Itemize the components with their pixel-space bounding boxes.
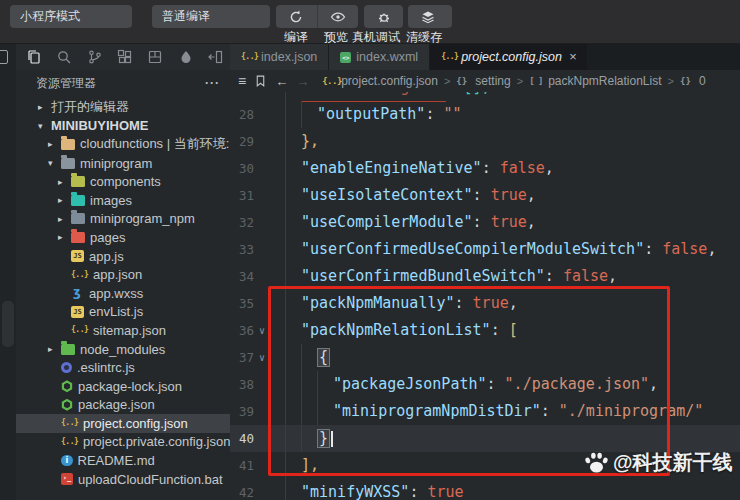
mode-dropdown[interactable]: 小程序模式 [10, 5, 132, 28]
file-type-icon [71, 287, 84, 299]
file-type-icon [61, 380, 73, 392]
breadcrumb-label: project.config.json [341, 74, 438, 88]
more-actions-icon[interactable]: ··· [205, 76, 220, 90]
code-line[interactable]: 39 "miniprogramNpmDistDir": "./miniprogr… [230, 398, 740, 425]
compile-button[interactable]: 编译 [276, 29, 316, 46]
tree-item[interactable]: ▾ miniprogram [16, 154, 230, 173]
breadcrumb-separator: > [517, 75, 523, 87]
files-icon[interactable] [21, 45, 46, 68]
fold-chevron-icon[interactable]: ∨ [254, 317, 270, 344]
line-number: 32 [230, 209, 254, 236]
code-text: "packNpmManually": true, [270, 290, 518, 317]
editor-toolbar-icons [16, 43, 235, 70]
tree-item-label: cloudfunctions | 当前环境: cloud... [80, 135, 230, 153]
file-type-icon [61, 473, 73, 485]
text-cursor [331, 431, 333, 447]
code-line[interactable]: 37 ∨ { [230, 344, 740, 371]
tree-item[interactable]: sitemap.json [16, 321, 230, 340]
tab[interactable]: index.wxml [329, 43, 429, 70]
file-type-icon [61, 399, 73, 411]
search-icon[interactable] [51, 45, 76, 68]
code-line[interactable]: 41 ], [230, 452, 740, 479]
line-number: 33 [230, 236, 254, 263]
scrollbar-thumb[interactable] [2, 301, 14, 347]
tree-item[interactable]: project.private.config.json [16, 433, 230, 452]
file-type-icon [71, 250, 84, 262]
tree-item[interactable]: app.js [16, 247, 230, 266]
navigate-forward-icon[interactable] [296, 74, 309, 89]
tab[interactable]: project.config.json × [430, 43, 587, 70]
split-editor-icon[interactable] [204, 45, 229, 68]
code-line[interactable]: 32 "useCompilerModule": true, [230, 209, 740, 236]
navigate-back-icon[interactable] [275, 74, 288, 89]
clear-cache-label[interactable]: 清缓存 [400, 29, 448, 46]
fold-chevron-icon[interactable]: ∨ [254, 344, 270, 371]
file-type-icon [71, 232, 85, 243]
tree-item[interactable]: ▸ miniprogram_npm [16, 210, 230, 229]
layout-icon[interactable] [143, 45, 168, 68]
tab-label: index.json [261, 50, 317, 64]
tree-item[interactable]: project.config.json [16, 414, 230, 433]
line-number: 35 [230, 290, 254, 317]
code-text: } [270, 425, 333, 452]
code-line[interactable]: 40 } [230, 425, 740, 452]
tree-item[interactable]: uploadCloudFunction.bat [16, 470, 230, 489]
file-type-icon [71, 213, 85, 224]
breadcrumb-item[interactable]: project.config.json [322, 74, 438, 88]
code-line[interactable]: 42 "minifyWXSS": true [230, 479, 740, 500]
code-line[interactable]: 33 "userConfirmedUseCompilerModuleSwitch… [230, 236, 740, 263]
code-line[interactable]: 29 }, [230, 128, 740, 155]
tree-item[interactable]: ▸ cloudfunctions | 当前环境: cloud... [16, 135, 230, 154]
tree-item[interactable]: ▸ node_modules [16, 340, 230, 359]
device-debug-button[interactable] [364, 5, 403, 28]
tab[interactable]: index.json [230, 43, 328, 70]
line-number: 31 [230, 182, 254, 209]
tree-item[interactable]: ▸ images [16, 191, 230, 210]
tab-close-icon[interactable]: × [569, 49, 577, 64]
code-text: }, [270, 128, 319, 155]
source-control-icon[interactable] [82, 45, 107, 68]
code-line[interactable]: 34 "userConfirmedBundleSwitch": false, [230, 263, 740, 290]
bookmark-icon[interactable] [254, 74, 267, 88]
code-line[interactable]: 38 "packageJsonPath": "./package.json", [230, 371, 740, 398]
code-line[interactable]: 31 "useIsolateContext": true, [230, 182, 740, 209]
breadcrumb-item[interactable]: > packNpmRelationList [511, 74, 662, 88]
tree-item[interactable]: package-lock.json [16, 377, 230, 396]
breadcrumb-item[interactable]: > setting [438, 74, 511, 88]
preview-eye-icon[interactable] [317, 5, 359, 28]
breadcrumb-icon [680, 75, 696, 87]
tree-item[interactable]: ▸ components [16, 172, 230, 191]
compile-refresh-icon[interactable] [276, 5, 317, 28]
extensions-icon[interactable] [112, 45, 137, 68]
breadcrumb-label: packNpmRelationList [548, 74, 661, 88]
tree-item[interactable]: ▾ MINIBUYIHOME [16, 117, 230, 136]
tree-item-label: app.js [89, 249, 124, 264]
tree-item[interactable]: app.wxss [16, 284, 230, 303]
tree-item[interactable]: README.md [16, 451, 230, 470]
tree-item-label: components [90, 174, 161, 189]
device-debug-label[interactable]: 真机调试 [350, 29, 402, 46]
breadcrumb-item[interactable]: > 0 [662, 74, 706, 88]
tree-item[interactable]: envList.js [16, 303, 230, 322]
tree-item[interactable]: ▸ 打开的编辑器 [16, 98, 230, 117]
tree-item[interactable]: app.json [16, 265, 230, 284]
line-number: 36 [230, 317, 254, 344]
tree-item[interactable]: package.json [16, 396, 230, 415]
code-editor[interactable]: 27 "disablePlugins": [], 28 "outputPath"… [230, 70, 740, 500]
line-number: 39 [230, 398, 254, 425]
theme-icon[interactable] [173, 45, 198, 68]
code-text: "userConfirmedBundleSwitch": false, [270, 263, 617, 290]
tree-item[interactable]: ▸ pages [16, 228, 230, 247]
tree-item[interactable]: .eslintrc.js [16, 358, 230, 377]
code-line[interactable]: 30 "enableEngineNative": false, [230, 155, 740, 182]
clear-cache-button[interactable] [408, 5, 452, 28]
code-line[interactable]: 36 ∨ "packNpmRelationList": [ [230, 317, 740, 344]
outline-list-icon[interactable] [238, 73, 246, 89]
tab-bar: index.json index.wxml project.config.jso… [230, 43, 740, 70]
tree-arrow-icon: ▸ [48, 139, 61, 149]
layers-icon [420, 9, 436, 25]
compile-mode-dropdown[interactable]: 普通编译 [152, 5, 270, 28]
code-line[interactable]: 28 "outputPath": "" [230, 101, 740, 128]
tree-item-label: sitemap.json [93, 323, 166, 338]
code-line[interactable]: 35 "packNpmManually": true, [230, 290, 740, 317]
